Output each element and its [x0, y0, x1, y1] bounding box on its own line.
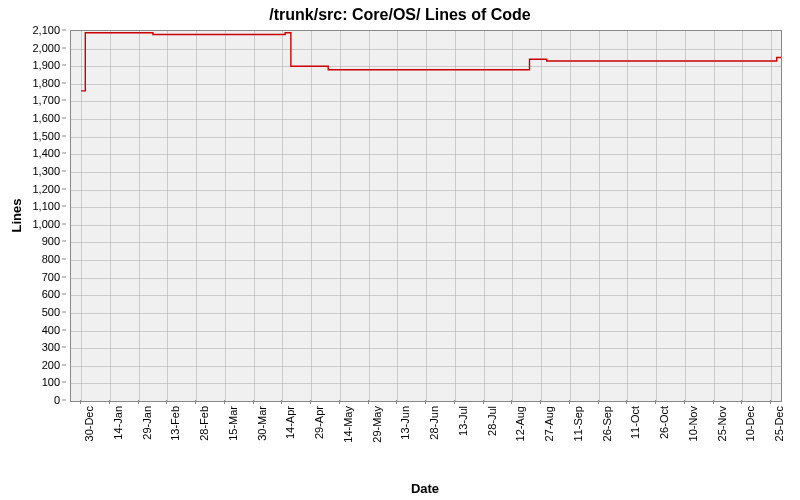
y-tick-label: 300: [0, 342, 60, 353]
y-tick-label: 500: [0, 306, 60, 317]
x-tick-label: 13-Jun: [400, 406, 411, 440]
y-tick-label: 700: [0, 271, 60, 282]
x-axis-label: Date: [70, 481, 780, 496]
x-tick-label: 25-Nov: [717, 406, 728, 441]
x-tick-label: 29-May: [372, 406, 383, 443]
y-tick-label: 200: [0, 359, 60, 370]
y-tick-label: 1,100: [0, 201, 60, 212]
y-tick-label: 1,900: [0, 60, 60, 71]
x-tick-label: 30-Mar: [257, 406, 268, 441]
y-tick-label: 1,600: [0, 113, 60, 124]
y-tick-label: 2,100: [0, 25, 60, 36]
y-tick-label: 2,000: [0, 42, 60, 53]
y-tick-label: 800: [0, 254, 60, 265]
x-tick-label: 29-Apr: [314, 406, 325, 439]
x-tick-label: 15-Mar: [228, 406, 239, 441]
x-tick-label: 12-Aug: [515, 406, 526, 441]
y-tick-label: 1,300: [0, 165, 60, 176]
y-tick-label: 1,700: [0, 95, 60, 106]
x-tick-label: 26-Oct: [659, 406, 670, 439]
y-tick-label: 900: [0, 236, 60, 247]
x-tick-label: 10-Dec: [745, 406, 756, 441]
x-tick-label: 14-Apr: [285, 406, 296, 439]
x-tick-label: 27-Aug: [544, 406, 555, 441]
x-tick-label: 25-Dec: [774, 406, 785, 441]
x-tick-label: 14-Jan: [113, 406, 124, 440]
y-axis-ticks: 01002003004005006007008009001,0001,1001,…: [0, 30, 66, 400]
x-tick-label: 26-Sep: [602, 406, 613, 441]
line-series: [71, 31, 781, 401]
chart-container: /trunk/src: Core/OS/ Lines of Code Lines…: [0, 0, 800, 500]
chart-title: /trunk/src: Core/OS/ Lines of Code: [0, 6, 800, 24]
x-tick-label: 13-Feb: [170, 406, 181, 441]
y-tick-label: 1,500: [0, 130, 60, 141]
y-tick-label: 0: [0, 395, 60, 406]
y-tick-label: 1,400: [0, 148, 60, 159]
x-tick-label: 28-Feb: [199, 406, 210, 441]
x-tick-label: 13-Jul: [458, 406, 469, 436]
series-polyline: [81, 33, 781, 91]
x-axis-ticks: 30-Dec14-Jan29-Jan13-Feb28-Feb15-Mar30-M…: [70, 400, 780, 480]
x-tick-label: 14-May: [343, 406, 354, 443]
x-tick-label: 30-Dec: [84, 406, 95, 441]
plot-area: [70, 30, 782, 402]
y-tick-label: 600: [0, 289, 60, 300]
y-tick-label: 1,200: [0, 183, 60, 194]
x-tick-label: 28-Jun: [429, 406, 440, 440]
x-tick-label: 11-Sep: [573, 406, 584, 441]
x-tick-label: 28-Jul: [487, 406, 498, 436]
y-tick-label: 100: [0, 377, 60, 388]
x-tick-label: 29-Jan: [142, 406, 153, 440]
x-tick-label: 11-Oct: [630, 406, 641, 439]
y-tick-label: 400: [0, 324, 60, 335]
y-tick-label: 1,800: [0, 77, 60, 88]
x-tick-label: 10-Nov: [688, 406, 699, 441]
y-tick-label: 1,000: [0, 218, 60, 229]
